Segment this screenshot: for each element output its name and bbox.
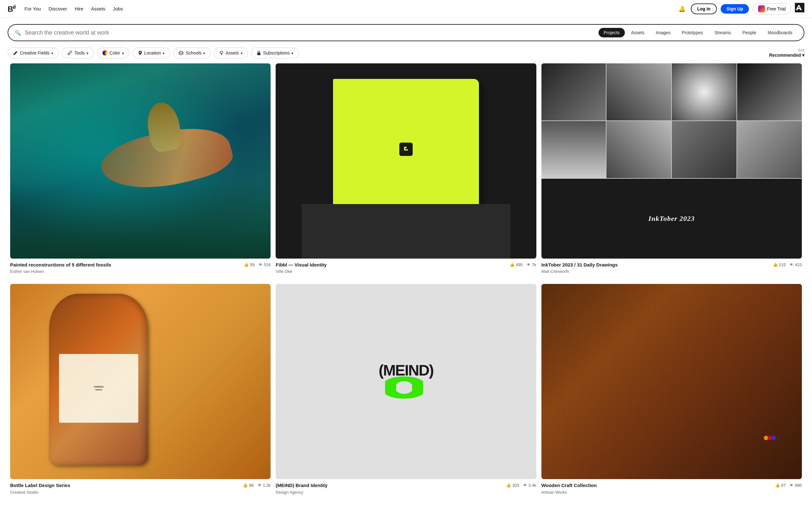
likes-stat: 👍 495 <box>509 262 523 267</box>
project-author: Design Agency <box>275 490 327 495</box>
tab-prototypes[interactable]: Prototypes <box>677 28 708 38</box>
likes-stat: 👍 67 <box>775 483 786 488</box>
tab-images[interactable]: Images <box>651 28 676 38</box>
eye-icon: 👁 <box>258 483 262 488</box>
svg-rect-1 <box>257 53 260 55</box>
likes-stat: 👍 88 <box>243 483 253 488</box>
tab-assets[interactable]: Assets <box>626 28 650 38</box>
nav-jobs[interactable]: Jobs <box>113 6 123 11</box>
freetrial-icon <box>758 5 765 12</box>
tab-moodboards[interactable]: Moodboards <box>763 28 798 38</box>
chevron-creative-fields <box>51 50 53 55</box>
sort-value-button[interactable]: Recommended ▾ <box>769 53 804 58</box>
project-stats: 👍 203 👁 3.4k <box>506 483 536 488</box>
project-title-author: Fibbl — Visual Identity Ville Oké <box>275 262 327 274</box>
project-author: Ville Oké <box>275 269 327 274</box>
thumb-icon: 👍 <box>775 483 780 488</box>
views-stat: 👁 7k <box>526 262 537 267</box>
ink-cell-5 <box>542 121 606 178</box>
ink-cell-4 <box>737 63 802 120</box>
thumb-icon: 👍 <box>773 262 778 267</box>
eye-icon: 👁 <box>523 483 527 488</box>
project-author: Creative Studio <box>10 490 70 495</box>
project-thumbnail[interactable] <box>10 63 270 259</box>
project-title-author: Painted reconstructions of 5 different f… <box>10 262 111 274</box>
project-card: Fibbl — Visual Identity Ville Oké 👍 495 … <box>273 63 539 284</box>
tab-streams[interactable]: Streams <box>709 28 736 38</box>
ink-cell-7 <box>672 121 737 178</box>
login-button[interactable]: Log In <box>691 3 717 14</box>
projects-grid: Painted reconstructions of 5 different f… <box>0 63 812 505</box>
likes-stat: 👍 115 <box>773 262 786 267</box>
likes-count: 67 <box>781 483 786 488</box>
filter-color[interactable]: Color <box>97 48 129 58</box>
project-meta: (MEIND) Brand Identity Design Agency 👍 2… <box>275 479 536 495</box>
project-info-row: Painted reconstructions of 5 different f… <box>10 262 270 274</box>
search-input[interactable] <box>25 30 592 36</box>
nav-assets[interactable]: Assets <box>91 6 105 11</box>
nav-hire[interactable]: Hire <box>74 6 84 11</box>
views-count: 516 <box>264 262 271 267</box>
tools-icon <box>67 50 72 55</box>
paintbrush-icon <box>13 50 18 55</box>
color-dot-icon <box>102 50 107 55</box>
project-card: ONEIDASERIES Bottle Label Design Series … <box>8 284 273 504</box>
search-icon <box>14 30 21 36</box>
filter-subscriptions[interactable]: Subscriptions <box>251 48 299 58</box>
project-stats: 👍 67 👁 890 <box>775 483 802 488</box>
behance-logo[interactable]: Bé <box>8 4 15 14</box>
signup-button[interactable]: Sign Up <box>721 4 749 14</box>
filter-bar: Creative Fields Tools Color Location Sch… <box>0 45 812 63</box>
likes-stat: 👍 203 <box>506 483 519 488</box>
likes-stat: 👍 59 <box>244 262 254 267</box>
thumb-icon: 👍 <box>506 483 511 488</box>
ink-cell-bottom: InkTober 2023 <box>542 179 802 259</box>
project-thumbnail[interactable]: InkTober 2023 <box>542 63 802 259</box>
filter-tools[interactable]: Tools <box>62 48 94 58</box>
ink-cell-2 <box>606 63 671 120</box>
location-label: Location <box>144 50 161 55</box>
likes-count: 59 <box>250 262 254 267</box>
subscriptions-label: Subscriptions <box>263 50 290 55</box>
project-title-author: InkTober 2023 / 31 Daily Drawings Matt C… <box>542 262 618 274</box>
project-info-row: InkTober 2023 / 31 Daily Drawings Matt C… <box>542 262 802 274</box>
project-author: Matt Chinworth <box>542 269 618 274</box>
nav-for-you[interactable]: For You <box>24 6 41 11</box>
chevron-assets <box>241 50 243 55</box>
thumb-icon: 👍 <box>243 483 248 488</box>
filter-schools[interactable]: Schools <box>173 48 211 58</box>
likes-count: 88 <box>249 483 253 488</box>
project-stats: 👍 59 👁 516 <box>244 262 270 267</box>
project-card: Painted reconstructions of 5 different f… <box>8 63 273 284</box>
chevron-tools <box>87 50 89 55</box>
project-thumbnail[interactable] <box>275 63 536 259</box>
tab-people[interactable]: People <box>738 28 762 38</box>
tab-projects[interactable]: Projects <box>599 28 625 38</box>
project-stats: 👍 115 👁 423 <box>773 262 802 267</box>
filter-location[interactable]: Location <box>133 48 170 58</box>
filter-assets[interactable]: Assets <box>214 48 248 58</box>
navbar: Bé For You Discover Hire Assets Jobs Log… <box>0 0 812 18</box>
views-stat: 👁 1.2k <box>258 483 271 488</box>
project-thumbnail[interactable] <box>542 284 802 479</box>
assets-label: Assets <box>225 50 239 55</box>
project-info-row: (MEIND) Brand Identity Design Agency 👍 2… <box>275 482 536 495</box>
filter-creative-fields[interactable]: Creative Fields <box>8 48 59 58</box>
tools-label: Tools <box>74 50 85 55</box>
project-info-row: Wooden Craft Collection Artisan Works 👍 … <box>542 482 802 495</box>
views-stat: 👁 890 <box>790 483 802 488</box>
project-thumbnail[interactable]: (MEIND) <box>275 284 536 479</box>
nav-discover[interactable]: Discover <box>49 6 67 11</box>
ink-cell-8 <box>737 121 802 178</box>
fibbl-mark <box>402 146 410 153</box>
project-title: InkTober 2023 / 31 Daily Drawings <box>542 262 618 268</box>
chevron-location <box>163 50 165 55</box>
chevron-subscriptions <box>292 50 293 55</box>
project-title: Wooden Craft Collection <box>542 482 597 489</box>
freetrial-label: Free Trial <box>767 6 786 11</box>
views-count: 7k <box>532 262 537 267</box>
freetrial-button[interactable]: Free Trial <box>753 3 791 14</box>
meind-shape <box>379 375 429 400</box>
notifications-icon[interactable] <box>677 4 687 14</box>
project-thumbnail[interactable]: ONEIDASERIES <box>10 284 270 479</box>
